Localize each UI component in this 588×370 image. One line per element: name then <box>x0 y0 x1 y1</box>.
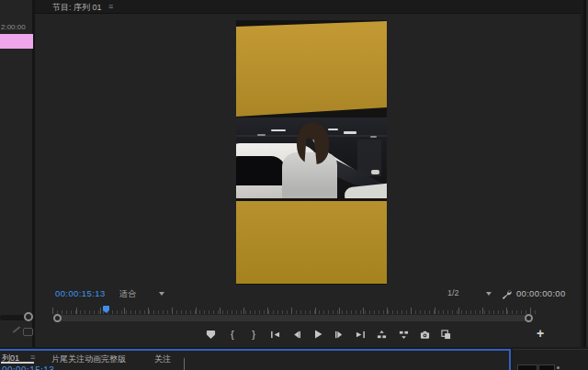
bottom-right-panel <box>513 349 588 370</box>
left-partial-timecode: 2:00:00 <box>1 23 26 31</box>
right-panel-sliver <box>583 0 588 347</box>
timeline-panel: 列01 ≡ 片尾关注动画完整版 关注 00:00:15:13 <box>0 349 511 370</box>
panel-menu-icon[interactable]: ≡ <box>108 2 113 11</box>
panel-menu-icon[interactable]: ≡ <box>30 353 35 362</box>
left-scrollbar-knob[interactable] <box>24 312 33 321</box>
app-window: 2:00:00 节目: 序列 01 ≡ <box>0 0 588 370</box>
step-forward-button[interactable] <box>333 326 346 342</box>
lift-button[interactable] <box>375 326 389 342</box>
video-top-yellow-band <box>236 20 387 118</box>
ceiling-light <box>271 129 286 131</box>
zoom-handle-left[interactable] <box>53 314 62 322</box>
sequence-duration-timecode: 00:00:00:00 <box>516 288 566 298</box>
left-scrollbar-track[interactable] <box>0 315 26 320</box>
zoom-scrollbar[interactable] <box>55 315 531 321</box>
mini-meter-block <box>517 364 537 370</box>
program-monitor-panel: 节目: 序列 01 ≡ <box>35 0 581 347</box>
car-side-mirror <box>371 170 379 174</box>
video-preview[interactable] <box>236 20 387 285</box>
program-tab-bar: 节目: 序列 01 ≡ <box>35 0 581 14</box>
ceiling-light <box>370 136 377 138</box>
car-hood <box>344 183 387 198</box>
add-marker-button[interactable] <box>204 326 218 342</box>
tab-program-sequence[interactable]: 节目: 序列 01 <box>52 2 102 14</box>
ceiling-light <box>344 131 356 134</box>
video-photo-frame <box>236 118 387 198</box>
extract-button[interactable] <box>397 326 411 342</box>
timeline-clip-name: 片尾关注动画完整版 <box>51 353 126 365</box>
loop-icon[interactable] <box>23 328 33 336</box>
mark-out-button[interactable]: } <box>247 326 261 342</box>
settings-wrench-icon[interactable] <box>501 286 512 297</box>
go-to-in-button[interactable] <box>268 326 282 342</box>
timeline-partial-timecode[interactable]: 00:00:15:13 <box>2 365 54 370</box>
mini-meter-block <box>538 364 555 370</box>
transport-controls: { } <box>204 323 453 345</box>
playhead-marker[interactable] <box>103 306 109 313</box>
woman-torso <box>282 152 337 198</box>
ceiling-light <box>328 129 338 130</box>
zoom-handle-right[interactable] <box>525 314 533 322</box>
time-ruler[interactable] <box>52 306 537 314</box>
mini-indicator-dot <box>557 366 560 369</box>
pink-clip-thumbnail[interactable] <box>0 34 33 49</box>
zoom-level-dropdown[interactable]: 适合 <box>119 288 136 300</box>
chevron-down-icon[interactable] <box>159 292 164 296</box>
video-bottom-yellow-band <box>236 201 387 284</box>
playback-resolution-dropdown[interactable]: 1/2 <box>447 288 459 297</box>
export-frame-button[interactable] <box>418 326 432 342</box>
play-button[interactable] <box>311 326 324 342</box>
ceiling-light <box>257 134 266 136</box>
button-editor-plus-button[interactable]: + <box>533 325 548 342</box>
left-panel-sliver: 2:00:00 <box>0 0 35 347</box>
step-back-button[interactable] <box>289 326 303 342</box>
comparison-view-button[interactable] <box>439 326 453 342</box>
chevron-down-icon[interactable] <box>486 292 492 296</box>
timeline-cursor-line <box>184 358 185 370</box>
go-to-out-button[interactable] <box>354 326 368 342</box>
active-tab-underline <box>1 362 34 364</box>
car-side-window <box>236 156 286 185</box>
timeline-clip-name-secondary: 关注 <box>154 353 171 365</box>
pen-icon[interactable] <box>12 326 20 333</box>
mark-in-button[interactable]: { <box>225 326 239 342</box>
current-timecode[interactable]: 00:00:15:13 <box>55 288 106 298</box>
